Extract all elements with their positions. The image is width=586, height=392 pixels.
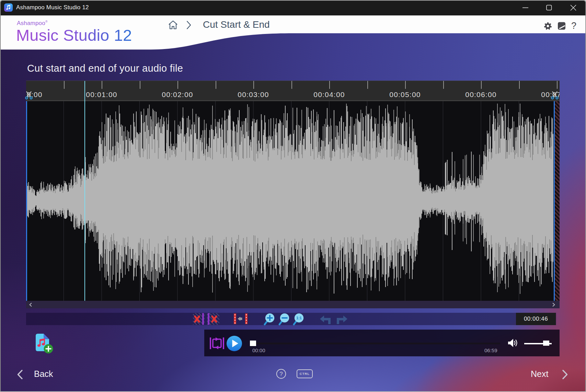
svg-text:1:1: 1:1: [296, 316, 302, 320]
svg-text:?: ?: [279, 371, 283, 377]
